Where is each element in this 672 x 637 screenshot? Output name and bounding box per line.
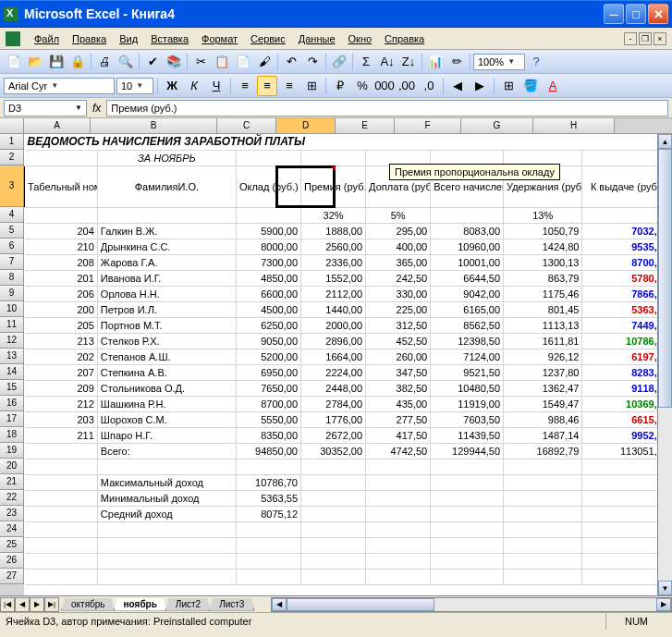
cell[interactable]: ФамилияИ.О. (97, 165, 236, 207)
cell[interactable]: 10786,70 (236, 474, 300, 490)
menu-file[interactable]: Файл (28, 31, 66, 47)
document-icon[interactable] (6, 31, 20, 46)
cell[interactable]: 1487,14 (504, 427, 582, 443)
sheet-tab-ноябрь[interactable]: ноябрь (114, 598, 167, 611)
cell[interactable]: 5200,00 (236, 349, 300, 364)
tab-next-icon[interactable]: ▶ (30, 597, 44, 612)
align-center-icon[interactable]: ≡ (257, 76, 277, 96)
menu-format[interactable]: Формат (195, 31, 244, 47)
doc-minimize-button[interactable]: - (624, 32, 637, 45)
row-header-20[interactable]: 20 (0, 459, 24, 474)
decrease-indent-icon[interactable]: ◀ (447, 76, 468, 96)
cell[interactable]: 926,12 (504, 349, 582, 364)
vertical-scrollbar[interactable]: ▲ ▼ (657, 134, 672, 595)
autosum-icon[interactable]: Σ (356, 52, 376, 72)
cell[interactable]: 2224,00 (301, 364, 366, 380)
cell[interactable]: 312,50 (366, 317, 431, 333)
hscroll-thumb[interactable] (287, 598, 434, 611)
row-header-16[interactable]: 16 (0, 396, 24, 411)
cell[interactable]: 2000,00 (301, 317, 366, 333)
currency-icon[interactable]: ₽ (330, 76, 350, 96)
cell[interactable] (25, 490, 98, 506)
cell[interactable]: 1440,00 (301, 301, 366, 317)
row-header-17[interactable]: 17 (0, 411, 24, 427)
paste-icon[interactable]: 📄 (233, 52, 253, 72)
cell[interactable]: 11439,50 (431, 427, 504, 443)
increase-indent-icon[interactable]: ▶ (470, 76, 490, 96)
col-header-h[interactable]: H (533, 118, 615, 133)
cell[interactable]: Шорохов С.М. (97, 411, 236, 427)
cell[interactable]: 242,50 (366, 270, 431, 286)
row-header-13[interactable]: 13 (0, 349, 24, 364)
cell[interactable] (97, 537, 236, 553)
cell[interactable] (366, 490, 431, 506)
cell[interactable]: Жарова Г.А. (97, 254, 236, 270)
row-header-3[interactable]: 3 (0, 165, 24, 207)
cell[interactable] (301, 569, 366, 584)
col-header-g[interactable]: G (461, 118, 533, 133)
cell[interactable] (25, 537, 98, 553)
minimize-button[interactable]: ─ (604, 4, 624, 24)
cell[interactable]: 8075,12 (236, 506, 300, 521)
row-header-14[interactable]: 14 (0, 364, 24, 380)
cell[interactable]: 6250,00 (236, 317, 300, 333)
menu-insert[interactable]: Вставка (144, 31, 195, 47)
cell[interactable] (431, 474, 504, 490)
menu-edit[interactable]: Правка (66, 31, 113, 47)
cell[interactable]: 2672,00 (301, 427, 366, 443)
decrease-decimal-icon[interactable]: ,0 (419, 76, 439, 96)
row-header-18[interactable]: 18 (0, 427, 24, 443)
open-icon[interactable]: 📂 (25, 52, 45, 72)
cell[interactable] (366, 553, 431, 569)
row-header-12[interactable]: 12 (0, 333, 24, 349)
cell[interactable]: 988,46 (504, 411, 582, 427)
cell[interactable] (25, 474, 98, 490)
row-header-23[interactable]: 23 (0, 506, 24, 521)
cell[interactable] (236, 569, 300, 584)
cell[interactable] (366, 506, 431, 521)
align-left-icon[interactable]: ≡ (235, 76, 255, 96)
doc-restore-button[interactable]: ❐ (639, 32, 652, 45)
research-icon[interactable]: 📚 (164, 52, 184, 72)
cell[interactable]: 295,00 (366, 223, 431, 239)
menu-window[interactable]: Окно (342, 31, 379, 47)
cell[interactable]: 1237,80 (504, 364, 582, 380)
cut-icon[interactable]: ✂ (190, 52, 211, 72)
cell[interactable]: 10480,50 (431, 380, 504, 396)
cell[interactable]: 1424,80 (504, 239, 582, 254)
print-icon[interactable]: 🖨 (94, 52, 115, 72)
italic-icon[interactable]: К (184, 76, 204, 96)
cell[interactable]: 8350,00 (236, 427, 300, 443)
help-icon[interactable]: ? (526, 52, 546, 72)
cell[interactable] (301, 553, 366, 569)
sort-asc-icon[interactable]: A↓ (377, 52, 397, 72)
cell[interactable] (301, 506, 366, 521)
cell[interactable] (504, 569, 582, 584)
cell[interactable] (431, 459, 504, 474)
row-header-1[interactable]: 1 (0, 134, 24, 150)
cell[interactable]: 2896,00 (301, 333, 366, 349)
cell[interactable]: 801,45 (504, 301, 582, 317)
sort-desc-icon[interactable]: Z↓ (398, 52, 419, 72)
cell[interactable]: 7603,50 (431, 411, 504, 427)
drawing-icon[interactable]: ✏ (446, 52, 467, 72)
cell[interactable]: Всего: (97, 443, 236, 459)
cell[interactable] (301, 150, 366, 165)
format-painter-icon[interactable]: 🖌 (254, 52, 275, 72)
cell[interactable]: 30352,00 (301, 443, 366, 459)
cell[interactable]: Минимальный доход (97, 490, 236, 506)
zoom-combo[interactable]: 100%▼ (473, 54, 525, 70)
cell[interactable] (301, 474, 366, 490)
cell[interactable]: 2560,00 (301, 239, 366, 254)
name-box[interactable]: D3▼ (4, 100, 87, 116)
cell[interactable]: 1776,00 (301, 411, 366, 427)
cell[interactable]: 1175,46 (504, 286, 582, 301)
cell[interactable]: 12398,50 (431, 333, 504, 349)
cell[interactable]: Стелков Р.Х. (97, 333, 236, 349)
menu-view[interactable]: Вид (113, 31, 144, 47)
cell[interactable]: Шпаро Н.Г. (97, 427, 236, 443)
cell[interactable] (431, 537, 504, 553)
redo-icon[interactable]: ↷ (302, 52, 323, 72)
cell[interactable] (97, 553, 236, 569)
cell[interactable]: 5550,00 (236, 411, 300, 427)
